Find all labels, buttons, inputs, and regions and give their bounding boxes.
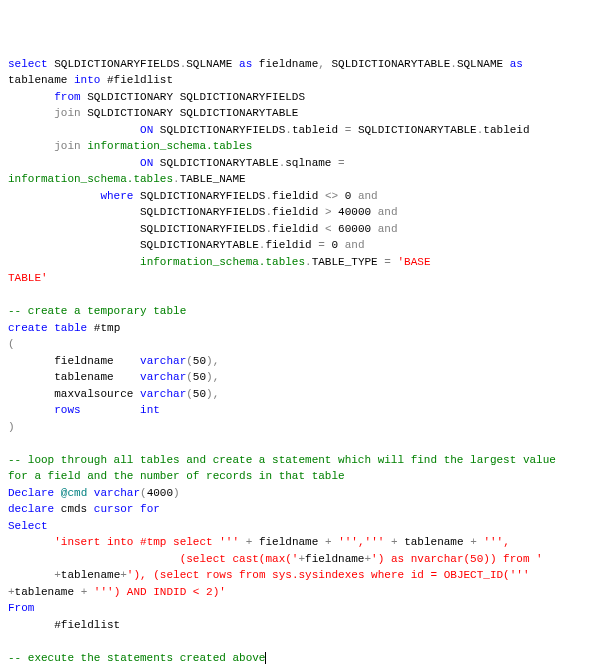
sql-code-block: select SQLDICTIONARYFIELDS.SQLNAME as fi…	[8, 56, 592, 668]
